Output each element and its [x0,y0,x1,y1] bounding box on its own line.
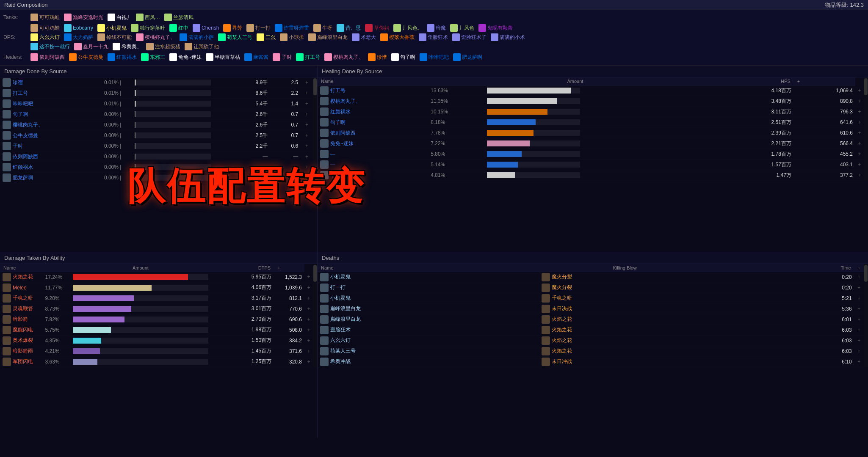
table-row[interactable]: 巅峰浪里白龙 末日决战 5:36 + [318,303,864,314]
plus-button[interactable]: + [301,109,313,120]
plus-button[interactable]: + [301,173,313,183]
player-tag[interactable]: 可可鸡蛙 [29,13,61,22]
table-row[interactable]: 暗影箭 7.82% 2.70百万 690.6 + [0,314,313,325]
plus-button[interactable]: + [304,303,313,314]
table-row[interactable]: 希奥冲战 末日冲战 6:10 + [318,356,864,367]
player-tag[interactable]: 牛呀 [312,24,334,32]
table-row[interactable]: 子时 4.81% 1.47万 377.2 + [318,170,864,181]
plus-button[interactable]: + [855,160,864,170]
player-tag[interactable]: 六幺六订 [29,33,61,41]
player-tag[interactable]: 希奥奥、 [111,42,144,51]
plus-button[interactable]: + [854,356,864,367]
table-row[interactable]: — 5.14% 1.57百万 403.1 + [318,160,864,170]
damage-taken-scrollbar[interactable] [313,264,317,367]
plus-button[interactable]: + [304,293,313,303]
player-tag[interactable]: 肥龙萨啊 [451,53,484,61]
plus-button[interactable]: + [301,130,313,141]
table-row[interactable]: Melee 11.77% 4.06百万 1,039.6 + [0,282,313,293]
table-row[interactable]: 珍宿 0.01% | 9.9千 2.5 + [0,77,313,88]
player-tag[interactable]: 让我砍了他 [183,42,221,51]
player-tag[interactable]: 术老大 [350,33,378,41]
player-tag[interactable]: 满满的小术 [489,33,527,41]
player-tag[interactable]: 昔、思 [335,24,362,32]
table-row[interactable]: 句子啊 0.00% | 2.6千 0.7 + [0,109,313,120]
player-tag[interactable]: 红中 [168,24,190,32]
plus-button[interactable]: + [301,88,313,99]
table-row[interactable]: 子时 0.00% | 2.2千 0.6 + [0,141,313,151]
plus-button[interactable]: + [301,141,313,151]
table-row[interactable]: 樱桃肉丸子、 0.00% | 2.6千 0.7 + [0,120,313,130]
table-row[interactable]: 苟某人三号 火焰之花 6:03 + [318,346,864,356]
player-tag[interactable]: 麻酱酱 [243,53,270,61]
player-tag[interactable]: 鬼呢有颗蕾 [477,24,514,32]
plus-button[interactable]: + [854,303,864,314]
player-tag[interactable]: 小机灵鬼 [96,24,128,32]
player-tag[interactable]: 可可鸡蛙 [29,24,61,32]
plus-button[interactable]: + [855,128,864,138]
plus-button[interactable]: + [304,335,313,346]
table-row[interactable]: 兔兔~迷妹 7.22% 2.21百万 566.4 + [318,138,864,149]
player-tag[interactable]: 子时 [271,53,293,61]
plus-button[interactable]: + [855,107,864,117]
player-tag[interactable]: 丿风色 [448,24,476,32]
table-row[interactable]: 千魂之暗 9.20% 3.17百万 812.1 + [0,293,313,303]
plus-button[interactable]: + [304,314,313,325]
table-row[interactable]: — 5.80% 1.78百万 455.2 + [318,149,864,160]
player-tag[interactable]: 半糖百草枯 [204,53,242,61]
plus-button[interactable]: + [301,151,313,162]
plus-button[interactable]: + [855,138,864,149]
player-tag[interactable]: 叁月一十九 [72,42,110,51]
table-row[interactable]: 樱桃肉丸子、 11.35% 3.48百万 890.8 + [318,96,864,107]
table-row[interactable]: 打一打 魔火分裂 0:20 + [318,282,864,293]
player-tag[interactable]: 掉线不可能 [96,33,133,41]
plus-button[interactable]: + [855,85,864,96]
player-tag[interactable]: 满满的小萨 [178,33,216,41]
plus-button[interactable]: + [301,162,313,173]
plus-button[interactable]: + [304,356,313,367]
player-tag[interactable]: 注水超级猪 [144,42,182,51]
plus-button[interactable]: + [854,314,864,325]
player-tag[interactable]: 依则阿缺西 [29,53,66,61]
table-row[interactable]: 暗影箭雨 4.21% 1.45百万 371.6 + [0,346,313,356]
plus-button[interactable]: + [855,149,864,160]
plus-button[interactable]: + [304,272,313,282]
plus-button[interactable]: + [304,346,313,356]
plus-button[interactable]: + [854,346,864,356]
player-tag[interactable]: 巅峰浪里白龙 [307,33,349,41]
plus-button[interactable]: + [854,335,864,346]
player-tag[interactable]: 红颜祸水 [106,53,138,61]
player-tag[interactable]: 草你妈 [363,24,391,32]
plus-button[interactable]: + [854,272,864,282]
table-row[interactable]: 公牛皮德曼 0.00% | 2.5千 0.7 + [0,130,313,141]
player-tag[interactable]: 歪脸狂术子 [451,33,488,41]
player-tag[interactable]: 独行穿落叶 [129,24,167,32]
table-row[interactable]: 依则阿缺西 7.78% 2.39百万 610.6 + [318,128,864,138]
table-row[interactable]: 句子啊 8.18% 2.51百万 641.6 + [318,117,864,128]
table-row[interactable]: 打工号 13.63% 4.18百万 1,069.4 + [318,85,864,96]
plus-button[interactable]: + [301,120,313,130]
table-row[interactable]: 军团闪电 3.63% 1.25百万 320.8 + [0,356,313,367]
table-row[interactable]: 小机灵鬼 千魂之暗 5:21 + [318,293,864,303]
table-row[interactable]: 小机灵鬼 魔火分裂 0:20 + [318,272,864,282]
table-row[interactable]: 红颜祸水 0.00% | — — + [0,162,313,173]
player-tag[interactable]: 樱落大香蕉 [379,33,416,41]
table-row[interactable]: 依则阿缺西 0.00% | — — + [0,151,313,162]
table-row[interactable]: 红颜祸水 10.15% 3.11百万 796.3 + [318,107,864,117]
player-tag[interactable]: 兰瑟清风 [163,13,195,22]
plus-button[interactable]: + [301,77,313,88]
player-tag[interactable]: 句子啊 [390,53,417,61]
player-tag[interactable]: 打工号 [294,53,322,61]
plus-button[interactable]: + [854,325,864,335]
damage-done-scrollbar[interactable] [313,77,317,183]
player-tag[interactable]: 苟某人三号 [216,33,254,41]
table-row[interactable]: 火焰之花 17.24% 5.95百万 1,522.3 + [0,272,313,282]
player-tag[interactable]: 打一打 [245,24,272,32]
deaths-scrollbar[interactable] [864,264,868,367]
player-tag[interactable]: 东邪三 [139,53,167,61]
player-tag[interactable]: 炸雷呀炸雷 [273,24,311,32]
player-tag[interactable]: 这不按一就行 [29,42,72,51]
plus-button[interactable]: + [855,117,864,128]
table-row[interactable]: 魔能闪电 5.75% 1.98百万 508.0 + [0,325,313,335]
table-row[interactable]: 巅峰浪里白龙 火焰之花 6:01 + [318,314,864,325]
player-tag[interactable]: 樱桃虾丸子、 [134,33,177,41]
